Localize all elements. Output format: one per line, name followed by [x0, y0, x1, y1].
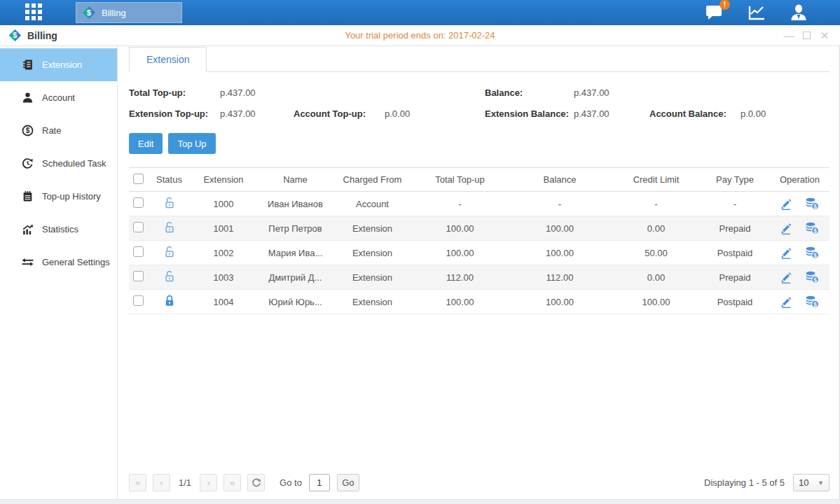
- table-row-extension-1002: 1002Мария Ива...Extension100.00100.0050.…: [129, 241, 829, 265]
- credit-limit: 50.00: [612, 248, 700, 258]
- sidebar-item-label: Rate: [42, 125, 61, 136]
- main-content: Extension Total Top-up: p.437.00 Extensi…: [118, 46, 839, 499]
- extension-name: Мария Ива...: [259, 248, 332, 258]
- row-checkbox[interactable]: [133, 271, 144, 281]
- charged-from: Extension: [332, 248, 413, 258]
- top-up-coins-icon[interactable]: $: [805, 246, 820, 259]
- messages-icon[interactable]: !: [705, 4, 724, 21]
- svg-text:$: $: [813, 203, 817, 210]
- column-header-name: Name: [259, 174, 332, 185]
- sidebar-item-general-settings[interactable]: General Settings: [0, 246, 117, 279]
- maximize-icon[interactable]: [803, 31, 811, 39]
- charged-from: Extension: [332, 223, 413, 234]
- edit-pencil-icon[interactable]: [780, 272, 792, 284]
- minimize-icon[interactable]: —: [783, 30, 794, 41]
- svg-text:$: $: [813, 301, 817, 308]
- sidebar-item-scheduled-task[interactable]: Scheduled Task: [0, 147, 117, 180]
- extension-number: 1002: [188, 248, 259, 258]
- credit-limit: 0.00: [612, 272, 700, 283]
- charged-from: Extension: [332, 272, 413, 283]
- edit-pencil-icon[interactable]: [780, 247, 792, 259]
- close-icon[interactable]: ✕: [819, 30, 830, 41]
- balance: 100.00: [507, 223, 612, 234]
- user-account-icon[interactable]: [790, 4, 808, 22]
- dollar-circle-icon: $: [21, 125, 34, 137]
- ledger-icon: [21, 59, 34, 71]
- sidebar-item-statistics[interactable]: Statistics: [0, 213, 117, 246]
- sidebar: ExtensionAccount$RateScheduled TaskTop-u…: [0, 46, 118, 499]
- top-up-coins-icon[interactable]: $: [805, 197, 820, 210]
- last-page-button[interactable]: »: [223, 474, 241, 491]
- page-size-value: 10: [799, 477, 808, 488]
- sidebar-item-rate[interactable]: $Rate: [0, 114, 117, 147]
- column-header-credit-limit: Credit Limit: [612, 174, 700, 185]
- select-all-checkbox[interactable]: [133, 174, 144, 184]
- row-checkbox[interactable]: [133, 197, 144, 208]
- top-up-coins-icon[interactable]: $: [805, 271, 820, 284]
- edit-pencil-icon[interactable]: [780, 223, 792, 234]
- pagination-bar: « ‹ 1/1 › » Go to Go Displaying 1 - 5 of…: [129, 474, 829, 491]
- charged-from: Account: [332, 199, 413, 209]
- status-unlocked-icon: [150, 221, 188, 236]
- window-bottom-edge: [0, 499, 840, 504]
- extension-name: Юрий Юрь...: [259, 297, 332, 307]
- table-row-extension-1004: 1004Юрий Юрь...Extension100.00100.00100.…: [129, 290, 829, 314]
- goto-label: Go to: [280, 477, 302, 488]
- edit-pencil-icon[interactable]: [780, 198, 792, 210]
- top-up-coins-icon[interactable]: $: [805, 222, 820, 234]
- svg-text:$: $: [813, 276, 817, 284]
- total-topup-value: p.437.00: [220, 88, 294, 98]
- prev-page-button[interactable]: ‹: [153, 474, 170, 491]
- page-size-select[interactable]: 10 ▼: [793, 474, 829, 491]
- operation-cell: $: [770, 222, 829, 234]
- app-launcher-icon[interactable]: [25, 4, 46, 22]
- extension-number: 1004: [188, 297, 259, 307]
- reports-chart-icon[interactable]: [748, 4, 766, 21]
- next-page-button[interactable]: ›: [200, 474, 217, 491]
- taskbar-tab-billing[interactable]: $ Billing: [76, 2, 182, 23]
- tab-strip: Extension: [129, 46, 829, 72]
- sidebar-item-label: Scheduled Task: [42, 158, 106, 169]
- extension-number: 1003: [188, 272, 259, 283]
- svg-text:$: $: [25, 127, 29, 134]
- row-checkbox[interactable]: [133, 295, 144, 306]
- column-header-extension: Extension: [188, 174, 259, 185]
- edit-pencil-icon[interactable]: [780, 296, 792, 308]
- column-header-total-top-up: Total Top-up: [413, 174, 507, 185]
- credit-limit: -: [612, 199, 700, 209]
- account-balance-value: p.0.00: [741, 108, 829, 119]
- operation-cell: $: [770, 246, 829, 259]
- extension-balance-value: p.437.00: [574, 108, 649, 119]
- billing-diamond-icon: $: [8, 29, 22, 42]
- refresh-icon[interactable]: [247, 474, 265, 491]
- tab-extension[interactable]: Extension: [129, 47, 207, 72]
- row-checkbox[interactable]: [133, 222, 144, 232]
- edit-button[interactable]: Edit: [129, 133, 163, 154]
- stats-chart-icon: [21, 223, 34, 236]
- row-checkbox-cell: [129, 197, 150, 210]
- row-checkbox-cell: [129, 271, 150, 284]
- charged-from: Extension: [332, 297, 413, 307]
- top-bar: $ Billing !: [0, 0, 840, 25]
- table-row-extension-1003: 1003Дмитрий Д...Extension112.00112.000.0…: [129, 265, 829, 290]
- account-balance-label: Account Balance:: [649, 108, 741, 119]
- svg-text:$: $: [813, 252, 817, 259]
- row-checkbox[interactable]: [133, 246, 144, 257]
- sidebar-item-extension[interactable]: Extension: [0, 48, 117, 81]
- status-unlocked-icon: [150, 246, 188, 260]
- pay-type: Postpaid: [700, 297, 770, 307]
- sidebar-item-label: Account: [42, 92, 75, 103]
- go-button[interactable]: Go: [337, 474, 359, 491]
- top-up-coins-icon[interactable]: $: [805, 295, 820, 308]
- svg-text:$: $: [13, 31, 18, 39]
- goto-page-input[interactable]: [309, 474, 330, 491]
- first-page-button[interactable]: «: [129, 474, 146, 491]
- column-header-pay-type: Pay Type: [700, 174, 770, 185]
- operation-cell: $: [770, 295, 829, 308]
- sidebar-item-account[interactable]: Account: [0, 81, 117, 114]
- history-clock-icon: [21, 158, 34, 170]
- trial-period-notice: Your trial period ends on: 2017-02-24: [345, 30, 495, 41]
- extension-name: Иван Иванов: [259, 199, 332, 209]
- sidebar-item-top-up-history[interactable]: Top-up History: [0, 180, 117, 213]
- top-up-button[interactable]: Top Up: [168, 133, 215, 154]
